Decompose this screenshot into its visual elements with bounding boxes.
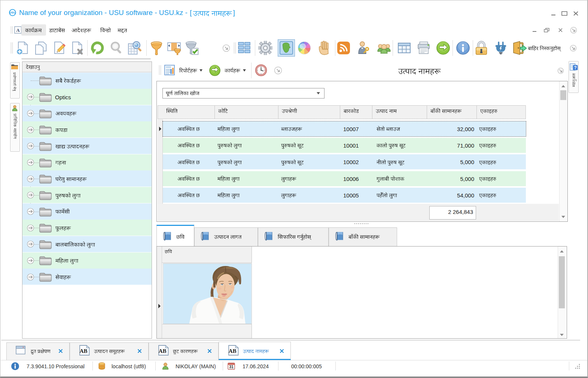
svg-text:USU: USU bbox=[9, 11, 16, 14]
svg-text:A: A bbox=[16, 28, 20, 33]
svg-text:?: ? bbox=[574, 65, 576, 70]
svg-text:AB: AB bbox=[159, 348, 167, 354]
svg-text:AB: AB bbox=[80, 348, 88, 354]
svg-text:AB: AB bbox=[229, 348, 237, 354]
svg-text:31: 31 bbox=[229, 365, 234, 369]
